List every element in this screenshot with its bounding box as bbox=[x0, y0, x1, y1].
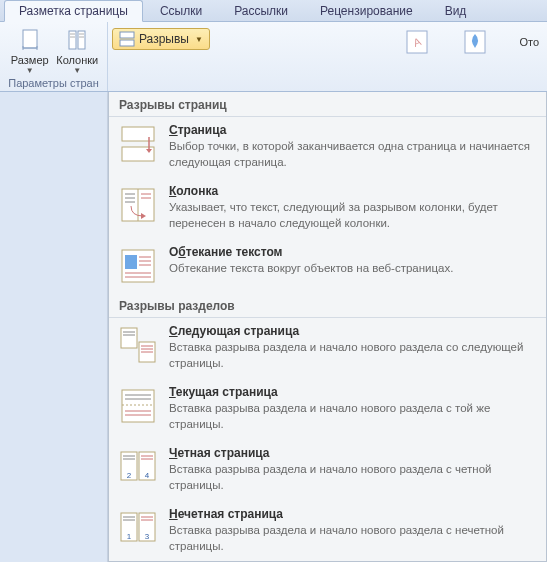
tab-references[interactable]: Ссылки bbox=[145, 0, 217, 21]
menu-column-break[interactable]: Колонка Указывает, что текст, следующий … bbox=[109, 178, 546, 239]
chevron-down-icon: ▼ bbox=[26, 66, 34, 75]
menu-title: Страница bbox=[169, 123, 536, 137]
columns-label: Колонки bbox=[56, 54, 98, 66]
svg-text:2: 2 bbox=[127, 471, 132, 480]
tab-mailings[interactable]: Рассылки bbox=[219, 0, 303, 21]
section-header-section-breaks: Разрывы разделов bbox=[109, 293, 546, 318]
breaks-button[interactable]: Разрывы ▼ bbox=[112, 28, 210, 50]
breaks-dropdown: Разрывы страниц Страница Выбор точки, в … bbox=[108, 92, 547, 562]
tab-view[interactable]: Вид bbox=[430, 0, 482, 21]
page-break-icon bbox=[119, 125, 157, 163]
svg-text:3: 3 bbox=[145, 532, 150, 541]
menu-desc: Обтекание текста вокруг объектов на веб-… bbox=[169, 261, 536, 277]
breaks-icon bbox=[119, 31, 135, 47]
menu-title: Четная страница bbox=[169, 446, 536, 460]
menu-title: Текущая страница bbox=[169, 385, 536, 399]
tab-review[interactable]: Рецензирование bbox=[305, 0, 428, 21]
svg-rect-30 bbox=[121, 328, 137, 348]
menu-page-break[interactable]: Страница Выбор точки, в которой заканчив… bbox=[109, 117, 546, 178]
column-break-icon bbox=[119, 186, 157, 224]
size-icon bbox=[18, 28, 42, 52]
menu-title: Колонка bbox=[169, 184, 536, 198]
svg-text:4: 4 bbox=[145, 471, 150, 480]
size-label: Размер bbox=[11, 54, 49, 66]
continuous-icon bbox=[119, 387, 157, 425]
svg-rect-0 bbox=[23, 30, 37, 48]
menu-even-page-section[interactable]: 24 Четная страница Вставка разрыва разде… bbox=[109, 440, 546, 501]
size-button[interactable]: Размер ▼ bbox=[7, 28, 53, 75]
menu-title: Обтекание текстом bbox=[169, 245, 536, 259]
page-color-icon[interactable] bbox=[461, 28, 489, 56]
right-truncated-label: Ото bbox=[519, 36, 539, 48]
menu-desc: Вставка разрыва раздела и начало нового … bbox=[169, 523, 536, 554]
document-background bbox=[0, 92, 108, 562]
columns-icon bbox=[65, 28, 89, 52]
ribbon-group-page-setup: Размер ▼ Колонки ▼ Параметры стран bbox=[0, 22, 108, 91]
svg-rect-24 bbox=[125, 255, 137, 269]
tab-page-layout[interactable]: Разметка страницы bbox=[4, 0, 143, 22]
menu-text-wrapping-break[interactable]: Обтекание текстом Обтекание текста вокру… bbox=[109, 239, 546, 293]
menu-title: Нечетная страница bbox=[169, 507, 536, 521]
svg-rect-7 bbox=[120, 32, 134, 38]
breaks-label: Разрывы bbox=[139, 32, 189, 46]
menu-odd-page-section[interactable]: 13 Нечетная страница Вставка разрыва раз… bbox=[109, 501, 546, 562]
chevron-down-icon: ▼ bbox=[195, 35, 203, 44]
next-page-icon bbox=[119, 326, 157, 364]
menu-title: Следующая страница bbox=[169, 324, 536, 338]
menu-desc: Вставка разрыва раздела и начало нового … bbox=[169, 462, 536, 493]
columns-button[interactable]: Колонки ▼ bbox=[54, 28, 100, 75]
group-label: Параметры стран bbox=[0, 77, 107, 91]
menu-desc: Вставка разрыва раздела и начало нового … bbox=[169, 401, 536, 432]
menu-next-page-section[interactable]: Следующая страница Вставка разрыва разде… bbox=[109, 318, 546, 379]
ribbon: Размер ▼ Колонки ▼ Параметры стран Разры… bbox=[0, 22, 547, 92]
text-wrap-break-icon bbox=[119, 247, 157, 285]
odd-page-icon: 13 bbox=[119, 509, 157, 547]
svg-text:1: 1 bbox=[127, 532, 132, 541]
section-header-page-breaks: Разрывы страниц bbox=[109, 92, 546, 117]
even-page-icon: 24 bbox=[119, 448, 157, 486]
chevron-down-icon: ▼ bbox=[73, 66, 81, 75]
svg-rect-8 bbox=[120, 40, 134, 46]
menu-desc: Вставка разрыва раздела и начало нового … bbox=[169, 340, 536, 371]
menu-desc: Выбор точки, в которой заканчивается одн… bbox=[169, 139, 536, 170]
menu-continuous-section[interactable]: Текущая страница Вставка разрыва раздела… bbox=[109, 379, 546, 440]
ribbon-tabs: Разметка страницы Ссылки Рассылки Реценз… bbox=[0, 0, 547, 22]
watermark-icon[interactable]: A bbox=[403, 28, 431, 56]
menu-desc: Указывает, что текст, следующий за разры… bbox=[169, 200, 536, 231]
